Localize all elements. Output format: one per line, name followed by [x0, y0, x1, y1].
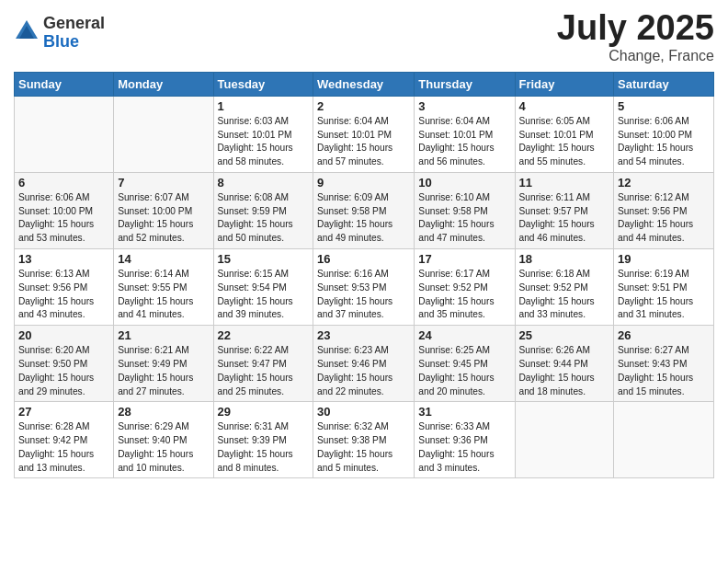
weekday-header-row: SundayMondayTuesdayWednesdayThursdayFrid… — [15, 72, 714, 96]
calendar-week-1: 1Sunrise: 6:03 AM Sunset: 10:01 PM Dayli… — [15, 96, 714, 172]
calendar-page: General Blue July 2025 Change, France Su… — [0, 0, 728, 492]
day-number: 22 — [218, 328, 310, 342]
calendar-table: SundayMondayTuesdayWednesdayThursdayFrid… — [14, 72, 714, 479]
title-block: July 2025 Change, France — [557, 9, 714, 64]
calendar-cell — [515, 402, 614, 478]
month-title: July 2025 — [557, 9, 714, 48]
day-info: Sunrise: 6:06 AM Sunset: 10:00 PM Daylig… — [18, 191, 109, 246]
calendar-cell: 6Sunrise: 6:06 AM Sunset: 10:00 PM Dayli… — [15, 172, 114, 248]
day-info: Sunrise: 6:23 AM Sunset: 9:46 PM Dayligh… — [317, 344, 410, 398]
day-info: Sunrise: 6:17 AM Sunset: 9:52 PM Dayligh… — [418, 268, 510, 322]
calendar-week-4: 20Sunrise: 6:20 AM Sunset: 9:50 PM Dayli… — [15, 326, 714, 402]
calendar-cell: 24Sunrise: 6:25 AM Sunset: 9:45 PM Dayli… — [415, 326, 515, 402]
calendar-week-3: 13Sunrise: 6:13 AM Sunset: 9:56 PM Dayli… — [15, 249, 714, 326]
day-info: Sunrise: 6:27 AM Sunset: 9:43 PM Dayligh… — [618, 344, 710, 398]
day-number: 31 — [418, 405, 510, 419]
day-info: Sunrise: 6:25 AM Sunset: 9:45 PM Dayligh… — [418, 344, 510, 398]
day-info: Sunrise: 6:32 AM Sunset: 9:38 PM Dayligh… — [317, 420, 410, 475]
day-number: 25 — [519, 328, 610, 342]
weekday-header-monday: Monday — [114, 72, 213, 96]
day-number: 18 — [519, 252, 610, 266]
weekday-header-friday: Friday — [515, 72, 614, 96]
logo-icon — [14, 18, 40, 44]
day-number: 21 — [118, 328, 209, 342]
day-number: 28 — [118, 405, 209, 419]
calendar-cell: 14Sunrise: 6:14 AM Sunset: 9:55 PM Dayli… — [114, 249, 213, 326]
day-info: Sunrise: 6:16 AM Sunset: 9:53 PM Dayligh… — [317, 268, 410, 322]
logo-general: General — [43, 15, 105, 33]
logo-blue: Blue — [43, 33, 105, 52]
calendar-cell: 12Sunrise: 6:12 AM Sunset: 9:56 PM Dayli… — [614, 172, 714, 248]
calendar-cell: 3Sunrise: 6:04 AM Sunset: 10:01 PM Dayli… — [415, 96, 515, 172]
calendar-cell: 16Sunrise: 6:16 AM Sunset: 9:53 PM Dayli… — [313, 249, 415, 326]
calendar-cell: 28Sunrise: 6:29 AM Sunset: 9:40 PM Dayli… — [114, 402, 213, 478]
day-number: 10 — [418, 176, 510, 190]
day-info: Sunrise: 6:13 AM Sunset: 9:56 PM Dayligh… — [18, 268, 109, 322]
day-number: 24 — [418, 328, 510, 342]
calendar-cell: 23Sunrise: 6:23 AM Sunset: 9:46 PM Dayli… — [313, 326, 415, 402]
calendar-week-2: 6Sunrise: 6:06 AM Sunset: 10:00 PM Dayli… — [15, 172, 714, 248]
calendar-cell: 29Sunrise: 6:31 AM Sunset: 9:39 PM Dayli… — [213, 402, 313, 478]
calendar-cell: 20Sunrise: 6:20 AM Sunset: 9:50 PM Dayli… — [15, 326, 114, 402]
calendar-cell: 27Sunrise: 6:28 AM Sunset: 9:42 PM Dayli… — [15, 402, 114, 478]
day-info: Sunrise: 6:10 AM Sunset: 9:58 PM Dayligh… — [418, 191, 510, 246]
day-info: Sunrise: 6:21 AM Sunset: 9:49 PM Dayligh… — [118, 344, 209, 398]
day-number: 30 — [317, 405, 410, 419]
calendar-cell: 7Sunrise: 6:07 AM Sunset: 10:00 PM Dayli… — [114, 172, 213, 248]
day-info: Sunrise: 6:03 AM Sunset: 10:01 PM Daylig… — [218, 115, 310, 169]
weekday-header-tuesday: Tuesday — [213, 72, 313, 96]
calendar-cell: 11Sunrise: 6:11 AM Sunset: 9:57 PM Dayli… — [515, 172, 614, 248]
day-number: 20 — [18, 328, 109, 342]
weekday-header-saturday: Saturday — [614, 72, 714, 96]
calendar-cell — [614, 402, 714, 478]
calendar-cell: 26Sunrise: 6:27 AM Sunset: 9:43 PM Dayli… — [614, 326, 714, 402]
day-info: Sunrise: 6:19 AM Sunset: 9:51 PM Dayligh… — [618, 268, 710, 322]
day-info: Sunrise: 6:14 AM Sunset: 9:55 PM Dayligh… — [118, 268, 209, 322]
calendar-cell: 4Sunrise: 6:05 AM Sunset: 10:01 PM Dayli… — [515, 96, 614, 172]
day-number: 11 — [519, 176, 610, 190]
calendar-cell: 19Sunrise: 6:19 AM Sunset: 9:51 PM Dayli… — [614, 249, 714, 326]
day-number: 26 — [618, 328, 710, 342]
day-number: 27 — [18, 405, 109, 419]
day-number: 23 — [317, 328, 410, 342]
calendar-cell: 25Sunrise: 6:26 AM Sunset: 9:44 PM Dayli… — [515, 326, 614, 402]
day-info: Sunrise: 6:04 AM Sunset: 10:01 PM Daylig… — [317, 115, 410, 169]
day-info: Sunrise: 6:26 AM Sunset: 9:44 PM Dayligh… — [519, 344, 610, 398]
calendar-cell: 30Sunrise: 6:32 AM Sunset: 9:38 PM Dayli… — [313, 402, 415, 478]
calendar-cell: 13Sunrise: 6:13 AM Sunset: 9:56 PM Dayli… — [15, 249, 114, 326]
day-number: 4 — [519, 99, 610, 113]
day-number: 9 — [317, 176, 410, 190]
day-info: Sunrise: 6:05 AM Sunset: 10:01 PM Daylig… — [519, 115, 610, 169]
day-info: Sunrise: 6:33 AM Sunset: 9:36 PM Dayligh… — [418, 420, 510, 475]
weekday-header-sunday: Sunday — [15, 72, 114, 96]
day-info: Sunrise: 6:20 AM Sunset: 9:50 PM Dayligh… — [18, 344, 109, 398]
logo: General Blue — [14, 15, 105, 52]
calendar-cell: 8Sunrise: 6:08 AM Sunset: 9:59 PM Daylig… — [213, 172, 313, 248]
calendar-cell: 5Sunrise: 6:06 AM Sunset: 10:00 PM Dayli… — [614, 96, 714, 172]
day-number: 1 — [218, 99, 310, 113]
day-number: 2 — [317, 99, 410, 113]
header: General Blue July 2025 Change, France — [14, 9, 714, 64]
weekday-header-wednesday: Wednesday — [313, 72, 415, 96]
day-number: 16 — [317, 252, 410, 266]
day-number: 13 — [18, 252, 109, 266]
day-number: 15 — [218, 252, 310, 266]
day-info: Sunrise: 6:18 AM Sunset: 9:52 PM Dayligh… — [519, 268, 610, 322]
day-number: 14 — [118, 252, 209, 266]
calendar-cell: 15Sunrise: 6:15 AM Sunset: 9:54 PM Dayli… — [213, 249, 313, 326]
day-number: 17 — [418, 252, 510, 266]
calendar-cell: 1Sunrise: 6:03 AM Sunset: 10:01 PM Dayli… — [213, 96, 313, 172]
day-number: 12 — [618, 176, 710, 190]
calendar-cell: 31Sunrise: 6:33 AM Sunset: 9:36 PM Dayli… — [415, 402, 515, 478]
location-subtitle: Change, France — [557, 48, 714, 64]
day-info: Sunrise: 6:12 AM Sunset: 9:56 PM Dayligh… — [618, 191, 710, 246]
calendar-cell — [114, 96, 213, 172]
calendar-cell: 22Sunrise: 6:22 AM Sunset: 9:47 PM Dayli… — [213, 326, 313, 402]
calendar-cell: 18Sunrise: 6:18 AM Sunset: 9:52 PM Dayli… — [515, 249, 614, 326]
day-info: Sunrise: 6:08 AM Sunset: 9:59 PM Dayligh… — [218, 191, 310, 246]
day-info: Sunrise: 6:31 AM Sunset: 9:39 PM Dayligh… — [218, 420, 310, 475]
day-number: 29 — [218, 405, 310, 419]
calendar-week-5: 27Sunrise: 6:28 AM Sunset: 9:42 PM Dayli… — [15, 402, 714, 478]
day-info: Sunrise: 6:11 AM Sunset: 9:57 PM Dayligh… — [519, 191, 610, 246]
calendar-cell: 2Sunrise: 6:04 AM Sunset: 10:01 PM Dayli… — [313, 96, 415, 172]
